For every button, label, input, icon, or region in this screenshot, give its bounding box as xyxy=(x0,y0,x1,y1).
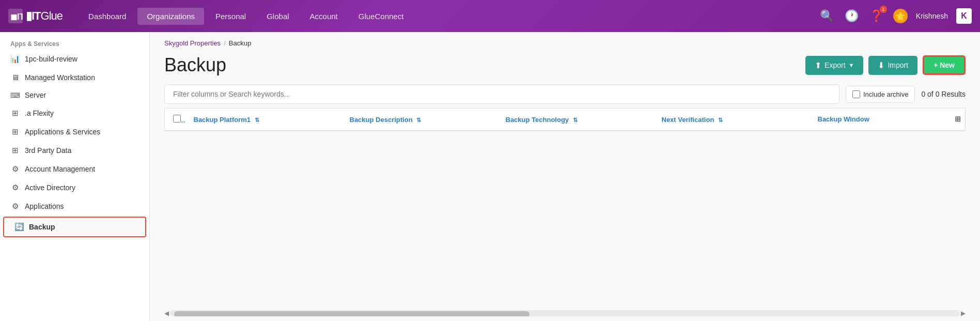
scroll-left-arrow[interactable]: ◀ xyxy=(164,310,169,317)
sidebar-item-3rd-party-data[interactable]: ⊞ 3rd Party Data xyxy=(0,141,149,160)
nav-organizations[interactable]: Organizations xyxy=(137,8,204,25)
nav-glueconnect[interactable]: GlueConnect xyxy=(349,8,413,25)
sidebar-item-applications-services[interactable]: ⊞ Applications & Services xyxy=(0,123,149,141)
columns-settings-icon[interactable]: ⊞ xyxy=(955,115,961,123)
applications-icon: ⚙ xyxy=(10,202,20,211)
export-button[interactable]: ⬆ Export ▼ xyxy=(805,56,863,75)
user-name: Krishnesh xyxy=(916,12,948,20)
col-backup-platform[interactable]: Backup Platform1 ⇅ xyxy=(185,109,341,131)
sort-description-icon: ⇅ xyxy=(416,117,421,123)
col-next-verification[interactable]: Next Verification ⇅ xyxy=(654,109,810,131)
sidebar: Apps & Services 📊 1pc-build-review 🖥 Man… xyxy=(0,32,150,321)
col-backup-technology[interactable]: Backup Technology ⇅ xyxy=(497,109,654,131)
include-archive-checkbox[interactable] xyxy=(852,90,860,98)
breadcrumb-current: Backup xyxy=(229,39,251,47)
nav-links: Dashboard Organizations Personal Global … xyxy=(79,8,819,25)
page-title: Backup xyxy=(164,54,226,76)
history-icon-button[interactable]: 🕐 xyxy=(844,8,860,24)
breadcrumb-separator: / xyxy=(224,39,226,47)
scrollbar-thumb[interactable] xyxy=(174,311,530,316)
horizontal-scrollbar-area: ◀ ▶ xyxy=(150,305,980,321)
export-icon: ⬆ xyxy=(815,60,821,70)
nav-right: 🔍 🕐 ❓ 1 🌟 Krishnesh K xyxy=(819,8,972,24)
logo[interactable]: ◼IT ▮ITGlue xyxy=(8,9,63,23)
search-area: Include archive 0 of 0 Results xyxy=(150,84,980,108)
sort-verification-icon: ⇅ xyxy=(718,117,723,123)
nav-personal[interactable]: Personal xyxy=(206,8,255,25)
search-icon-button[interactable]: 🔍 xyxy=(819,8,835,24)
breadcrumb-parent[interactable]: Skygold Properties xyxy=(164,39,221,47)
nav-dashboard[interactable]: Dashboard xyxy=(79,8,135,25)
results-count: 0 of 0 Results xyxy=(921,90,966,98)
svg-text:◼IT: ◼IT xyxy=(10,12,23,21)
nav-account[interactable]: Account xyxy=(301,8,347,25)
nav-global[interactable]: Global xyxy=(257,8,298,25)
sidebar-item-account-management[interactable]: ⚙ Account Management xyxy=(0,160,149,178)
import-button[interactable]: ⬇ Import xyxy=(868,56,917,75)
select-all-checkbox[interactable] xyxy=(173,115,181,123)
apps-icon: ⊞ xyxy=(10,127,20,136)
sidebar-item-a-flexity[interactable]: ⊞ .a Flexity xyxy=(0,104,149,123)
avatar: 🌟 xyxy=(893,9,908,23)
sort-technology-icon: ⇅ xyxy=(573,117,578,123)
data-icon: ⊞ xyxy=(10,146,20,155)
sidebar-item-backup[interactable]: 🔄 Backup xyxy=(3,217,146,237)
top-navigation: ◼IT ▮ITGlue Dashboard Organizations Pers… xyxy=(0,0,980,32)
new-button[interactable]: + New xyxy=(923,55,966,75)
sidebar-item-active-directory[interactable]: ⚙ Active Directory xyxy=(0,178,149,197)
export-dropdown-icon: ▼ xyxy=(849,62,854,68)
page-header: Backup ⬆ Export ▼ ⬇ Import + New xyxy=(150,50,980,84)
header-actions: ⬆ Export ▼ ⬇ Import + New xyxy=(805,55,966,75)
backup-icon: 🔄 xyxy=(14,222,24,232)
search-input[interactable] xyxy=(164,84,839,104)
sort-platform-icon: ⇅ xyxy=(255,117,259,123)
user-initial-button[interactable]: K xyxy=(956,8,972,24)
breadcrumb: Skygold Properties / Backup xyxy=(150,32,980,50)
select-all-checkbox-header xyxy=(165,109,185,131)
col-backup-description[interactable]: Backup Description ⇅ xyxy=(341,109,497,131)
archive-checkbox-area: Include archive xyxy=(846,86,915,103)
scroll-right-arrow[interactable]: ▶ xyxy=(961,310,966,317)
server-icon: ⌨ xyxy=(10,91,20,99)
import-icon: ⬇ xyxy=(878,60,884,70)
monitor-icon: 🖥 xyxy=(10,73,20,82)
table-container: Backup Platform1 ⇅ Backup Description ⇅ … xyxy=(150,108,980,303)
account-mgmt-icon: ⚙ xyxy=(10,164,20,174)
col-backup-window[interactable]: Backup Window ⊞ xyxy=(810,109,966,129)
logo-text: ▮ITGlue xyxy=(26,9,63,23)
sidebar-item-server[interactable]: ⌨ Server xyxy=(0,86,149,104)
bar-chart-icon: 📊 xyxy=(10,54,20,64)
sidebar-item-1pc-build-review[interactable]: 📊 1pc-build-review xyxy=(0,50,149,68)
main-layout: Apps & Services 📊 1pc-build-review 🖥 Man… xyxy=(0,32,980,321)
help-icon-button[interactable]: ❓ 1 xyxy=(868,8,885,24)
sidebar-item-applications[interactable]: ⚙ Applications xyxy=(0,197,149,216)
archive-label: Include archive xyxy=(863,90,908,98)
content-area: Skygold Properties / Backup Backup ⬆ Exp… xyxy=(150,32,980,321)
sidebar-item-managed-workstation[interactable]: 🖥 Managed Workstation xyxy=(0,68,149,86)
data-table: Backup Platform1 ⇅ Backup Description ⇅ … xyxy=(164,108,966,131)
active-dir-icon: ⚙ xyxy=(10,183,20,192)
sidebar-section-label: Apps & Services xyxy=(0,36,149,50)
grid-icon: ⊞ xyxy=(10,109,20,118)
